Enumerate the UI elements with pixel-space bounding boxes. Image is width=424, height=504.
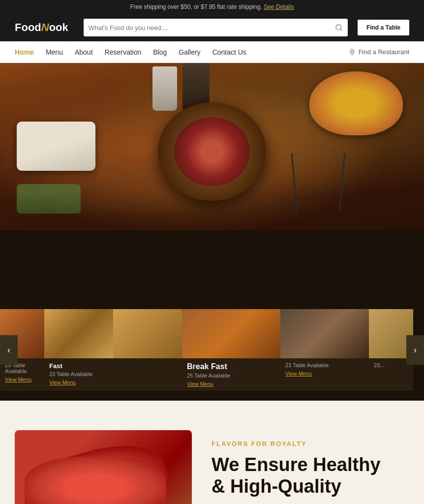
nav-item-blog[interactable]: Blog (153, 42, 167, 62)
card-fast-food-img (44, 309, 182, 358)
logo-accent: N (41, 21, 49, 33)
svg-point-0 (336, 25, 341, 30)
card-fast-food-title: Fast (49, 362, 177, 370)
quality-heading: We Ensure Healthy & High-Quality (212, 454, 409, 497)
search-input[interactable] (89, 24, 335, 32)
search-bar[interactable] (84, 19, 348, 36)
flavors-label: FLAVORS FOR ROYALTY (212, 440, 409, 447)
cream-section: FLAVORS FOR ROYALTY We Ensure Healthy & … (0, 401, 424, 504)
fork-icon (291, 153, 298, 212)
top-banner: Free shipping over $50, or $7.95 flat ra… (0, 0, 424, 14)
fast-food-thumb1 (44, 309, 113, 358)
svg-point-2 (351, 51, 353, 53)
cream-left (15, 430, 192, 504)
carousel-track: ‹ 23 Table Available View Menu Fast 23 T… (0, 309, 424, 391)
find-restaurant[interactable]: Find a Restaurant (349, 48, 409, 56)
card-drinks-tables: 23 Table Available (285, 362, 364, 368)
nav-item-reservation[interactable]: Reservation (105, 42, 142, 62)
hero-section (0, 63, 424, 230)
bowl-left (17, 122, 95, 171)
search-icon (335, 24, 343, 32)
salad-bowl (309, 71, 403, 135)
cream-right: FLAVORS FOR ROYALTY We Ensure Healthy & … (212, 430, 409, 497)
card-drinks: 23 Table Available View Menu (280, 309, 369, 391)
card-breakfast-link[interactable]: View Menu (187, 381, 275, 387)
cup (152, 66, 177, 111)
utensils (289, 153, 348, 222)
main-plate (158, 102, 266, 201)
nav-item-about[interactable]: About (75, 42, 93, 62)
veg-bowl (17, 184, 81, 214)
logo-text2: ook (49, 21, 68, 33)
card-fast-food: Fast 23 Table Available View Menu (44, 309, 182, 391)
knife-icon (339, 153, 345, 212)
carousel-prev-button[interactable]: ‹ (0, 335, 18, 365)
card-breakfast-img (182, 309, 280, 358)
card-breakfast-tables: 25 Table Available (187, 373, 275, 378)
quality-heading-line1: We Ensure Healthy (212, 454, 381, 475)
lobster-image (15, 430, 192, 504)
nav-item-home[interactable]: Home (15, 42, 34, 62)
banner-text: Free shipping over $50, or $7.95 flat ra… (130, 3, 262, 10)
fast-food-thumb2 (113, 309, 182, 358)
banner-link[interactable]: See Details (264, 3, 294, 10)
card-drinks-img (280, 309, 369, 358)
find-table-button[interactable]: Find a Table (358, 20, 409, 35)
card-drinks-link[interactable]: View Menu (285, 371, 364, 377)
card-partial-left-link[interactable]: View Menu (5, 377, 39, 382)
location-icon (349, 49, 356, 56)
nav-item-menu[interactable]: Menu (46, 42, 63, 62)
header: FoodNook Find a Table (0, 14, 424, 41)
nav-items: Home Menu About Reservation Blog Gallery… (15, 42, 349, 62)
card-partial-right-tables: 23... (374, 362, 408, 368)
card-fast-food-link[interactable]: View Menu (49, 379, 177, 385)
nav-item-contact[interactable]: Contact Us (212, 42, 246, 62)
logo-text1: Food (15, 21, 41, 33)
logo: FoodNook (15, 21, 74, 34)
carousel-section: ‹ 23 Table Available View Menu Fast 23 T… (0, 309, 424, 401)
svg-line-1 (340, 29, 342, 31)
card-breakfast: Break Fast 25 Table Available View Menu (182, 309, 280, 391)
quality-heading-line2: & High-Quality (212, 476, 341, 497)
nav-item-gallery[interactable]: Gallery (179, 42, 200, 62)
find-restaurant-label: Find a Restaurant (359, 48, 409, 56)
card-breakfast-title: Break Fast (187, 362, 275, 371)
card-fast-food-content: Fast 23 Table Available View Menu (44, 358, 182, 389)
card-breakfast-content: Break Fast 25 Table Available View Menu (182, 358, 280, 391)
nav: Home Menu About Reservation Blog Gallery… (0, 41, 424, 63)
card-fast-food-tables: 23 Table Available (49, 371, 177, 377)
card-drinks-content: 23 Table Available View Menu (280, 358, 369, 380)
carousel-next-button[interactable]: › (406, 335, 424, 365)
dark-gap (0, 230, 424, 309)
